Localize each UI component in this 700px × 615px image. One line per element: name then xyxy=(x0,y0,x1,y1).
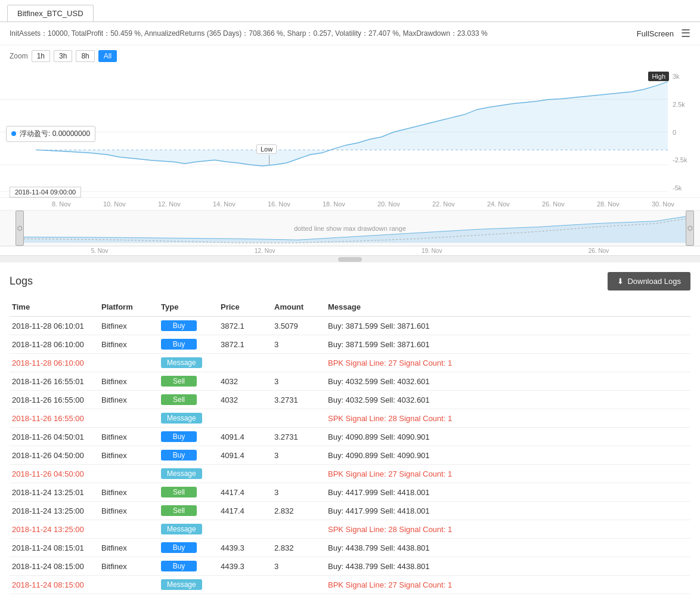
x-label-12: 30. Nov xyxy=(652,200,674,208)
log-price xyxy=(218,520,272,539)
log-amount xyxy=(272,409,326,428)
x-label-6: 18. Nov xyxy=(323,200,345,208)
logs-title: Logs xyxy=(10,275,33,288)
x-label-7: 20. Nov xyxy=(377,200,400,208)
log-time: 2018-11-26 04:50:00 xyxy=(10,446,99,465)
log-amount xyxy=(272,354,326,372)
zoom-bar: Zoom 1h 3h 8h All xyxy=(0,45,700,67)
table-row: 2018-11-24 08:15:00BitfinexBuy4439.33Buy… xyxy=(10,557,690,576)
log-platform xyxy=(99,409,159,428)
table-row: 2018-11-24 13:25:01BitfinexSell4417.43Bu… xyxy=(10,483,690,502)
fullscreen-button[interactable]: FullScreen xyxy=(637,29,674,38)
log-price: 4417.4 xyxy=(218,502,272,520)
log-message: Buy: 3871.599 Sell: 3871.601 xyxy=(326,317,690,335)
table-row: 2018-11-26 16:55:00BitfinexSell40323.273… xyxy=(10,391,690,409)
log-price: 3872.1 xyxy=(218,317,272,335)
log-type: Sell xyxy=(159,502,218,520)
log-message: Buy: 4438.799 Sell: 4438.801 xyxy=(326,539,690,557)
x-label-2: 10. Nov xyxy=(103,200,126,208)
log-platform xyxy=(99,520,159,539)
x-label-3: 12. Nov xyxy=(158,200,181,208)
log-amount xyxy=(272,520,326,539)
log-price: 4091.4 xyxy=(218,446,272,465)
log-time: 2018-11-28 06:10:00 xyxy=(10,335,99,354)
log-price: 4032 xyxy=(218,372,272,391)
log-platform: Bitfinex xyxy=(99,391,159,409)
log-platform: Bitfinex xyxy=(99,317,159,335)
log-platform: Bitfinex xyxy=(99,446,159,465)
col-header-amount: Amount xyxy=(272,298,326,317)
log-amount: 3 xyxy=(272,483,326,502)
table-row: 2018-11-26 04:50:00MessageBPK Signal Lin… xyxy=(10,465,690,483)
log-amount xyxy=(272,465,326,483)
log-table-header: Time Platform Type Price Amount Message xyxy=(10,298,690,317)
zoom-all[interactable]: All xyxy=(98,50,117,62)
log-message: Buy: 4090.899 Sell: 4090.901 xyxy=(326,446,690,465)
svg-marker-5 xyxy=(36,82,668,166)
scroll-thumb[interactable] xyxy=(338,257,362,262)
log-amount: 3.2731 xyxy=(272,391,326,409)
tab-bitfinex-btc-usd[interactable]: Bitfinex_BTC_USD xyxy=(7,5,94,21)
log-platform: Bitfinex xyxy=(99,428,159,446)
table-row: 2018-11-24 13:25:00BitfinexSell4417.42.8… xyxy=(10,502,690,520)
log-message: Buy: 4032.599 Sell: 4032.601 xyxy=(326,372,690,391)
log-time: 2018-11-24 08:15:00 xyxy=(10,576,99,594)
tab-bar: Bitfinex_BTC_USD xyxy=(0,0,700,22)
log-message: BPK Signal Line: 27 Signal Count: 1 xyxy=(326,354,690,372)
log-price: 4417.4 xyxy=(218,483,272,502)
mini-x-4: 26. Nov xyxy=(589,248,609,254)
menu-icon[interactable]: ☰ xyxy=(681,27,690,40)
log-platform: Bitfinex xyxy=(99,372,159,391)
main-chart: 浮动盈亏: 0.00000000 High Low 3k 2.5k 0 -2.5… xyxy=(0,67,700,198)
log-platform xyxy=(99,354,159,372)
log-price: 4091.4 xyxy=(218,428,272,446)
log-amount: 3.2731 xyxy=(272,428,326,446)
col-header-type: Type xyxy=(159,298,218,317)
log-price: 4439.3 xyxy=(218,557,272,576)
log-message: SPK Signal Line: 28 Signal Count: 1 xyxy=(326,520,690,539)
log-platform: Bitfinex xyxy=(99,335,159,354)
log-type: Sell xyxy=(159,391,218,409)
table-row: 2018-11-26 16:55:01BitfinexSell40323Buy:… xyxy=(10,372,690,391)
log-type: Buy xyxy=(159,539,218,557)
log-amount: 2.832 xyxy=(272,502,326,520)
stats-text: InitAssets：10000, TotalProfit：50.459 %, … xyxy=(10,29,637,39)
mini-x-2: 12. Nov xyxy=(255,248,275,254)
zoom-8h[interactable]: 8h xyxy=(76,50,94,62)
scroll-bar[interactable] xyxy=(0,255,700,262)
log-type: Buy xyxy=(159,335,218,354)
x-label-9: 24. Nov xyxy=(487,200,510,208)
log-time: 2018-11-24 08:15:01 xyxy=(10,539,99,557)
mini-x-3: 19. Nov xyxy=(422,248,442,254)
mini-chart-hint: dotted line show max drawdown range xyxy=(294,225,406,232)
log-time: 2018-11-26 16:55:01 xyxy=(10,372,99,391)
table-row: 2018-11-26 16:55:00MessageSPK Signal Lin… xyxy=(10,409,690,428)
download-label: Download Logs xyxy=(627,277,681,286)
log-time: 2018-11-24 13:25:00 xyxy=(10,520,99,539)
x-label-1: 8. Nov xyxy=(52,200,71,208)
zoom-3h[interactable]: 3h xyxy=(54,50,72,62)
zoom-1h[interactable]: 1h xyxy=(32,50,50,62)
log-time: 2018-11-26 04:50:01 xyxy=(10,428,99,446)
log-time: 2018-11-26 16:55:00 xyxy=(10,409,99,428)
mini-handle-left[interactable]: ⬡ xyxy=(16,211,24,246)
log-type: Message xyxy=(159,409,218,428)
mini-x-labels: 5. Nov 12. Nov 19. Nov 26. Nov xyxy=(0,246,700,255)
mini-chart[interactable]: ⬡ dotted line show max drawdown range ⬡ xyxy=(0,211,700,246)
log-amount: 3 xyxy=(272,335,326,354)
log-time: 2018-11-26 16:55:00 xyxy=(10,391,99,409)
date-label: 2018-11-04 09:00:00 xyxy=(10,187,81,197)
x-axis-labels: 8. Nov 10. Nov 12. Nov 14. Nov 16. Nov 1… xyxy=(0,198,700,211)
mini-handle-right[interactable]: ⬡ xyxy=(686,211,694,246)
col-header-price: Price xyxy=(218,298,272,317)
high-label: High xyxy=(648,72,669,81)
log-price: 3872.1 xyxy=(218,335,272,354)
logs-section: Logs ⬇ Download Logs Time Platform Type … xyxy=(0,262,700,604)
download-logs-button[interactable]: ⬇ Download Logs xyxy=(608,272,690,290)
low-arrow xyxy=(269,155,270,165)
log-type: Message xyxy=(159,576,218,594)
log-time: 2018-11-28 06:10:01 xyxy=(10,317,99,335)
log-time: 2018-11-28 06:10:00 xyxy=(10,354,99,372)
table-row: 2018-11-28 06:10:00BitfinexBuy3872.13Buy… xyxy=(10,335,690,354)
download-icon: ⬇ xyxy=(617,277,624,286)
